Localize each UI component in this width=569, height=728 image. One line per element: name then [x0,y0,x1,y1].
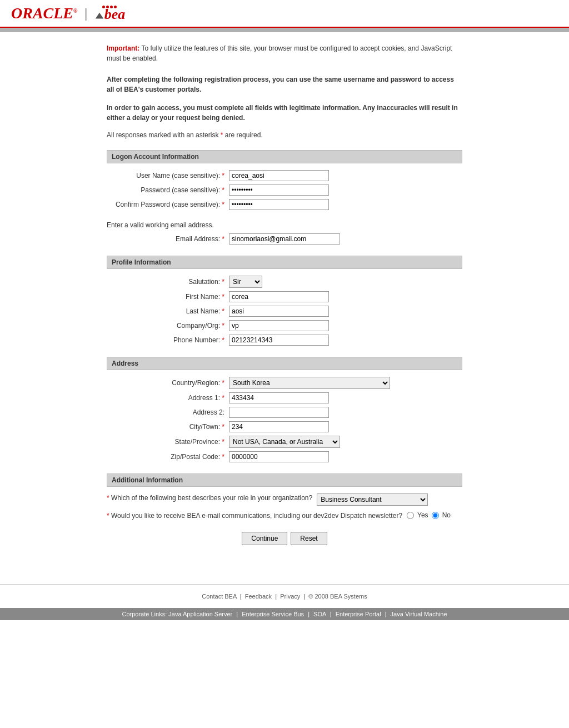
info-block-2: In order to gain access, you must comple… [107,103,462,123]
info-block-1: After completing the following registrat… [107,74,462,94]
address-section: Address Country/Region: * South Korea Un… [107,357,462,462]
state-label: State/Province: * [107,438,229,446]
corporate-links-label: Corporate Links: [122,611,167,617]
confirm-password-label: Confirm Password (case sensitive): * [107,201,229,208]
continue-button[interactable]: Continue [242,532,287,545]
address2-input[interactable] [229,407,329,418]
username-input[interactable] [229,170,329,181]
copyright-text: © 2008 BEA Systems [308,593,367,600]
password-row: Password (case sensitive): * [107,185,462,196]
last-name-row: Last Name: * [107,306,462,317]
main-content: Important: To fully utilize the features… [90,32,479,573]
header-stripe [0,28,569,32]
feedback-link[interactable]: Feedback [245,593,272,600]
bea-word: bea [94,7,126,22]
additional-section: Additional Information * Which of the fo… [107,473,462,521]
email-label: Email Address: * [107,235,229,243]
country-label: Country/Region: * [107,379,229,387]
address1-label: Address 1: * [107,394,229,402]
first-name-label: First Name: * [107,293,229,301]
role-label: * Which of the following best describes … [107,493,317,503]
zip-input[interactable] [229,451,329,462]
salutation-row: Salutation: * Sir Mr Mrs Ms Dr [107,276,462,288]
footer-bottom: Corporate Links: Java Application Server… [0,608,569,620]
password-input[interactable] [229,185,329,196]
confirm-password-input[interactable] [229,199,329,210]
phone-input[interactable] [229,335,329,346]
address-section-header: Address [107,357,462,370]
footer-link-soa[interactable]: SOA [313,611,326,617]
confirm-password-row: Confirm Password (case sensitive): * [107,199,462,210]
first-name-row: First Name: * [107,291,462,302]
state-row: State/Province: * Not USA, Canada, or Au… [107,436,462,448]
reset-button[interactable]: Reset [291,532,327,545]
important-notice: Important: To fully utilize the features… [107,43,462,63]
pipe-divider: | [84,6,88,21]
state-select[interactable]: Not USA, Canada, or Australia Alabama Al… [229,436,340,448]
role-row: * Which of the following best describes … [107,493,462,506]
email-comm-radio-group: Yes No [407,511,451,519]
bea-text: bea [104,7,126,22]
email-row: Email Address: * [107,233,462,245]
button-row: Continue Reset [107,532,462,545]
important-label: Important: [107,44,139,52]
footer-link-esb[interactable]: Enterprise Service Bus [242,611,304,617]
email-note: Enter a valid working email address. [107,221,462,229]
oracle-logo: ORACLE® [11,4,78,22]
asterisk-note: All responses marked with an asterisk * … [107,131,462,139]
email-comm-yes-label: Yes [417,511,428,519]
page-header: ORACLE® | bea [0,0,569,28]
city-label: City/Town: * [107,423,229,431]
salutation-label: Salutation: * [107,278,229,286]
logon-section: Logon Account Information User Name (cas… [107,150,462,210]
footer-top: Contact BEA | Feedback | Privacy | © 200… [0,584,569,608]
address1-input[interactable] [229,392,329,403]
footer-link-enterprise-portal[interactable]: Enterprise Portal [336,611,381,617]
privacy-link[interactable]: Privacy [280,593,300,600]
profile-section: Profile Information Salutation: * Sir Mr… [107,256,462,346]
city-row: City/Town: * [107,421,462,432]
first-name-input[interactable] [229,291,329,302]
role-select[interactable]: Business Consultant Developer Manager Ar… [317,493,428,506]
zip-label: Zip/Postal Code: * [107,453,229,461]
city-input[interactable] [229,421,329,432]
company-label: Company/Org: * [107,322,229,330]
last-name-label: Last Name: * [107,307,229,315]
last-name-input[interactable] [229,306,329,317]
phone-label: Phone Number: * [107,336,229,344]
email-input[interactable] [229,233,340,245]
footer-link-java-app-server[interactable]: Java Application Server [168,611,232,617]
bea-hat-icon [94,12,104,22]
email-comm-no-radio[interactable] [432,512,439,519]
company-row: Company/Org: * [107,320,462,331]
zip-row: Zip/Postal Code: * [107,451,462,462]
svg-marker-0 [96,12,103,18]
salutation-select[interactable]: Sir Mr Mrs Ms Dr [229,276,262,288]
address2-label: Address 2: [107,408,229,416]
address1-row: Address 1: * [107,392,462,403]
country-select[interactable]: South Korea United States Canada Austral… [229,377,390,389]
asterisk-symbol: * [221,131,223,139]
profile-section-header: Profile Information [107,256,462,269]
company-input[interactable] [229,320,329,331]
email-comm-no-label: No [442,511,451,519]
email-comm-row: * Would you like to receive BEA e-mail c… [107,511,462,521]
phone-row: Phone Number: * [107,335,462,346]
info-text-2: In order to gain access, you must comple… [107,104,458,122]
logo-container: ORACLE® | bea [11,4,125,22]
email-section: Enter a valid working email address. Ema… [107,221,462,245]
email-comm-label: * Would you like to receive BEA e-mail c… [107,511,407,521]
username-label: User Name (case sensitive): * [107,172,229,179]
username-row: User Name (case sensitive): * [107,170,462,181]
email-comm-yes-radio[interactable] [407,512,414,519]
country-row: Country/Region: * South Korea United Sta… [107,377,462,389]
logon-section-header: Logon Account Information [107,150,462,163]
important-text: To fully utilize the features of this si… [107,44,452,62]
address2-row: Address 2: [107,407,462,418]
contact-link[interactable]: Contact BEA [202,593,236,600]
footer-link-jvm[interactable]: Java Virtual Machine [391,611,447,617]
password-label: Password (case sensitive): * [107,186,229,194]
bea-logo: bea [94,6,126,22]
additional-section-header: Additional Information [107,473,462,487]
info-text-1: After completing the following registrat… [107,76,454,93]
